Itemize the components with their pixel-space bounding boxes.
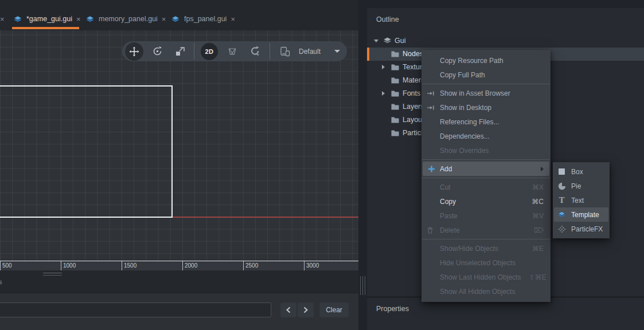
menu-item-referencing-files[interactable]: Referencing Files...	[421, 115, 551, 129]
menu-item-cut[interactable]: Cut⌘X	[421, 180, 551, 194]
scene-viewport[interactable]: 2D Default 500 1000 1500 2000	[0, 30, 358, 270]
tab-close-icon[interactable]: ×	[231, 15, 235, 23]
device-icon	[278, 46, 292, 57]
menu-shortcut: ⌘E	[524, 245, 544, 253]
splitter-grip-vertical[interactable]	[360, 276, 365, 295]
scale-tool-button[interactable]	[173, 46, 187, 57]
menu-item-delete[interactable]: Delete⌦	[421, 223, 551, 237]
folder-icon	[391, 103, 400, 111]
menu-item-label: Show/Hide Objects	[440, 245, 498, 253]
menu-item-label: Dependencies...	[440, 132, 490, 140]
ruler-tick: 3000	[304, 261, 305, 270]
tab-close-icon[interactable]: ×	[162, 15, 166, 23]
tab-game-gui[interactable]: *game_gui.gui ×	[13, 12, 81, 26]
menu-item-paste[interactable]: Paste⌘V	[421, 209, 551, 223]
submenu-item-particlefx[interactable]: ParticleFX	[553, 222, 610, 236]
menu-item-label: Copy	[440, 198, 456, 206]
particlefx-icon	[557, 225, 566, 233]
clear-console-button[interactable]: Clear	[319, 302, 349, 317]
submenu-item-box[interactable]: Box	[553, 164, 610, 179]
menu-shortcut: ⌘X	[524, 183, 544, 191]
tab-bar: × *game_gui.gui × memory_panel.gui × fps…	[0, 0, 358, 30]
pie-icon	[557, 182, 566, 190]
menu-item-show-overrides[interactable]: Show Overrides	[421, 143, 551, 158]
partial-tab-close-icon[interactable]: ×	[0, 15, 5, 23]
menu-item-show-in-asset-browser[interactable]: Show in Asset Browser	[421, 86, 551, 100]
viewport-toolbar: 2D Default	[122, 41, 347, 61]
menu-item-add[interactable]: Add	[423, 162, 549, 176]
menu-item-label: Cut	[440, 183, 451, 191]
submenu-item-label: Pie	[571, 182, 581, 190]
splitter-grip-horizontal[interactable]	[43, 273, 62, 276]
x-axis-line	[173, 217, 358, 218]
tree-row-label: Gui	[395, 37, 405, 45]
menu-item-label: Show Last Hidden Objects	[440, 273, 521, 281]
menu-item-label: Show in Desktop	[440, 104, 491, 112]
menu-item-label: Paste	[440, 212, 458, 220]
menu-item-label: Copy Full Path	[440, 71, 485, 79]
box-icon	[557, 168, 566, 175]
tab-fps-panel[interactable]: fps_panel.gui ×	[171, 12, 235, 26]
menu-item-copy[interactable]: Copy⌘C	[421, 194, 551, 209]
properties-panel-title: Properties	[376, 305, 409, 313]
refresh-icon	[249, 46, 261, 57]
disclosure-down-icon[interactable]	[374, 40, 378, 42]
menu-item-hide-unselected-objects[interactable]: Hide Unselected Objects	[421, 256, 551, 270]
submenu-item-label: Box	[571, 168, 583, 176]
menu-item-label: Show All Hidden Objects	[440, 288, 515, 296]
template-icon	[557, 211, 566, 218]
tab-memory-panel[interactable]: memory_panel.gui ×	[85, 12, 166, 26]
variant-dropdown[interactable]: Default	[299, 48, 321, 56]
ruler-tick: 2500	[243, 261, 244, 270]
submenu-item-label: ParticleFX	[571, 225, 603, 233]
disclosure-right-icon[interactable]	[382, 91, 385, 96]
tree-row-label: Fonts	[403, 89, 420, 97]
menu-item-copy-resource-path[interactable]: Copy Resource Path	[421, 53, 551, 68]
next-match-button[interactable]	[298, 302, 314, 317]
prev-match-button[interactable]	[280, 302, 296, 317]
ruler-tick: 2000	[182, 261, 183, 270]
menu-item-show-hide-objects[interactable]: Show/Hide Objects⌘E	[421, 241, 551, 256]
disclosure-right-icon[interactable]	[382, 65, 385, 69]
submenu-item-template[interactable]: Template	[554, 207, 608, 222]
ruler-tick: 1500	[122, 261, 122, 270]
menu-item-label: Copy Resource Path	[440, 57, 504, 65]
frustum-culling-button[interactable]	[225, 46, 239, 56]
camera-refresh-button[interactable]	[248, 46, 262, 57]
rotate-tool-button[interactable]	[150, 46, 164, 57]
tab-label: *game_gui.gui	[26, 15, 72, 23]
console-filter-input[interactable]	[0, 302, 271, 317]
menu-item-copy-full-path[interactable]: Copy Full Path	[421, 68, 551, 82]
menu-shortcut: ⇧⌘E	[521, 273, 546, 281]
menu-item-dependencies[interactable]: Dependencies...	[421, 129, 551, 143]
ruler-tick: 500	[0, 261, 1, 270]
tab-close-icon[interactable]: ×	[76, 15, 81, 23]
tab-label: fps_panel.gui	[184, 15, 227, 23]
submenu-item-text[interactable]: T Text	[553, 193, 610, 207]
menu-separator	[422, 84, 550, 84]
bottom-panel: s Clear	[0, 270, 358, 330]
move-icon	[129, 46, 139, 57]
ruler-tick: 1000	[61, 261, 61, 270]
menu-item-show-all-hidden-objects[interactable]: Show All Hidden Objects	[421, 284, 551, 298]
folder-icon	[391, 129, 400, 137]
chevron-down-icon[interactable]	[334, 50, 340, 53]
gui-file-icon	[13, 15, 22, 23]
menu-item-label: Show Overrides	[440, 147, 489, 155]
show-in-icon	[427, 104, 435, 111]
outline-panel-title: Outline	[376, 15, 399, 23]
tree-row-label: Nodes	[403, 50, 423, 58]
folder-icon	[391, 76, 400, 84]
move-tool-button[interactable]	[125, 42, 143, 61]
defold-editor-window: × *game_gui.gui × memory_panel.gui × fps…	[0, 0, 644, 330]
gui-scene-icon	[383, 37, 392, 45]
2d-mode-button[interactable]: 2D	[201, 43, 218, 60]
menu-separator	[422, 239, 550, 239]
menu-item-show-last-hidden-objects[interactable]: Show Last Hidden Objects⇧⌘E	[421, 270, 551, 284]
menu-item-show-in-desktop[interactable]: Show in Desktop	[421, 100, 551, 115]
tree-row-gui[interactable]: Gui	[367, 34, 644, 48]
submenu-item-pie[interactable]: Pie	[553, 179, 610, 193]
menu-item-label: Referencing Files...	[440, 118, 499, 126]
menu-shortcut: ⌘C	[524, 198, 544, 206]
frustum-icon	[227, 46, 237, 56]
